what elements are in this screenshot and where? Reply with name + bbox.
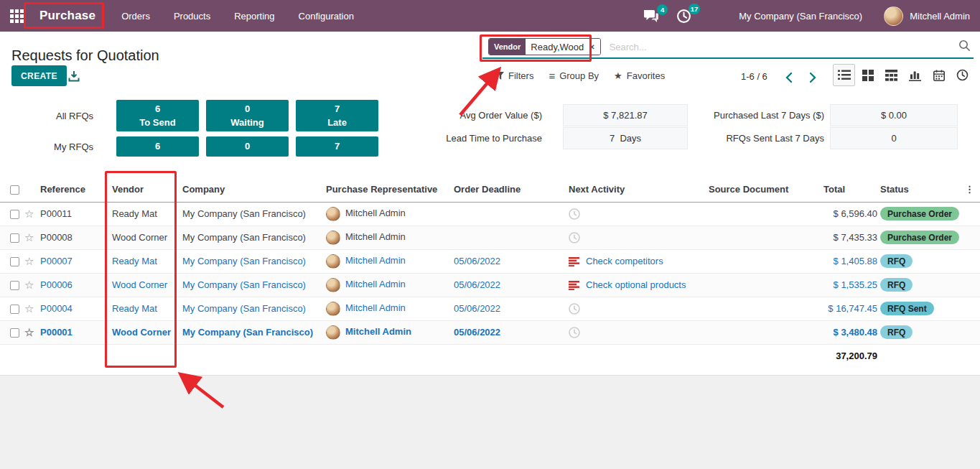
table-row[interactable]: ☆ P00007 Ready Mat My Company (San Franc… xyxy=(0,249,980,273)
activity-view-icon[interactable] xyxy=(951,64,974,86)
cell-vendor[interactable]: Ready Mat xyxy=(109,297,179,320)
cell-representative[interactable]: Mitchell Admin xyxy=(323,273,451,297)
todo-list-icon[interactable] xyxy=(569,281,580,290)
cell-next-activity[interactable]: Check competitors xyxy=(566,249,706,273)
cell-company[interactable]: My Company (San Francisco) xyxy=(179,249,323,273)
cell-total[interactable]: $ 7,435.33 xyxy=(821,226,877,249)
pager-previous-icon[interactable] xyxy=(780,69,797,86)
favorite-star-icon[interactable]: ☆ xyxy=(24,208,34,220)
cell-total[interactable]: $ 1,405.88 xyxy=(821,249,877,273)
activities-icon[interactable]: 17 xyxy=(676,9,691,24)
activity-link[interactable]: Check competitors xyxy=(586,256,663,266)
graph-view-icon[interactable] xyxy=(904,64,926,86)
cell-order-deadline[interactable]: 05/06/2022 xyxy=(451,273,566,297)
group-by-button[interactable]: ≡ Group By xyxy=(549,70,599,82)
pager-next-icon[interactable] xyxy=(804,69,821,86)
col-next-activity[interactable]: Next Activity xyxy=(566,177,706,202)
cell-order-deadline[interactable]: 05/06/2022 xyxy=(451,297,566,320)
cell-order-deadline[interactable]: 05/06/2022 xyxy=(451,249,566,273)
row-checkbox[interactable] xyxy=(10,281,19,290)
col-status[interactable]: Status xyxy=(877,177,962,202)
column-options-icon[interactable]: ⋮ xyxy=(962,177,980,202)
favorite-star-icon[interactable]: ☆ xyxy=(24,255,34,267)
user-menu[interactable]: Mitchell Admin xyxy=(910,11,970,22)
cell-company[interactable]: My Company (San Francisco) xyxy=(179,320,323,344)
col-source-document[interactable]: Source Document xyxy=(706,177,821,202)
cell-vendor[interactable]: Wood Corner xyxy=(109,226,179,249)
create-button[interactable]: CREATE xyxy=(11,65,67,86)
clock-icon[interactable] xyxy=(569,232,580,243)
col-total[interactable]: Total xyxy=(821,177,877,202)
cell-total[interactable]: $ 3,480.48 xyxy=(821,320,877,344)
cell-source-document[interactable] xyxy=(706,320,821,344)
messages-icon[interactable]: 4 xyxy=(643,9,659,23)
cell-source-document[interactable] xyxy=(706,273,821,297)
all-waiting-button[interactable]: 0 Waiting xyxy=(206,100,289,131)
app-name[interactable]: Purchase xyxy=(39,9,95,23)
cell-representative[interactable]: Mitchell Admin xyxy=(323,249,451,273)
facet-remove-icon[interactable]: ✕ xyxy=(589,43,594,51)
cell-company[interactable]: My Company (San Francisco) xyxy=(179,226,323,249)
cell-order-deadline[interactable]: 05/06/2022 xyxy=(451,320,566,344)
favorite-star-icon[interactable]: ☆ xyxy=(24,279,34,291)
search-input[interactable] xyxy=(608,41,958,53)
cell-next-activity[interactable] xyxy=(566,297,706,320)
cell-company[interactable]: My Company (San Francisco) xyxy=(179,297,323,320)
col-representative[interactable]: Purchase Representative xyxy=(323,177,451,202)
activity-link[interactable]: Check optional products xyxy=(586,279,686,290)
cell-representative[interactable]: Mitchell Admin xyxy=(323,202,451,226)
cell-reference[interactable]: P00001 xyxy=(37,320,109,344)
user-avatar[interactable] xyxy=(884,6,903,26)
menu-configuration[interactable]: Configuration xyxy=(299,11,354,22)
favorite-star-icon[interactable]: ☆ xyxy=(24,302,34,315)
row-checkbox[interactable] xyxy=(10,305,19,314)
cell-company[interactable]: My Company (San Francisco) xyxy=(179,202,323,226)
cell-reference[interactable]: P00004 xyxy=(37,297,109,320)
cell-representative[interactable]: Mitchell Admin xyxy=(323,320,451,344)
kanban-view-icon[interactable] xyxy=(857,64,879,86)
menu-reporting[interactable]: Reporting xyxy=(234,11,274,22)
table-row[interactable]: ☆ P00011 Ready Mat My Company (San Franc… xyxy=(0,202,980,226)
clock-icon[interactable] xyxy=(569,208,580,220)
cell-reference[interactable]: P00008 xyxy=(37,226,109,249)
row-checkbox[interactable] xyxy=(10,257,19,266)
favorites-button[interactable]: ★ Favorites xyxy=(614,70,665,81)
col-reference[interactable]: Reference xyxy=(37,177,109,202)
clock-icon[interactable] xyxy=(569,303,580,315)
cell-order-deadline[interactable] xyxy=(451,226,566,249)
all-to-send-button[interactable]: 6 To Send xyxy=(116,100,199,131)
search-bar[interactable]: Vendor Ready,Wood ✕ xyxy=(482,36,974,59)
cell-vendor[interactable]: Ready Mat xyxy=(109,249,179,273)
cell-representative[interactable]: Mitchell Admin xyxy=(323,226,451,249)
cell-total[interactable]: $ 1,535.25 xyxy=(821,273,877,297)
cell-reference[interactable]: P00007 xyxy=(37,249,109,273)
clock-icon[interactable] xyxy=(569,327,580,338)
cell-source-document[interactable] xyxy=(706,249,821,273)
filters-button[interactable]: Filters xyxy=(497,70,533,81)
favorite-star-icon[interactable]: ☆ xyxy=(24,231,34,243)
col-company[interactable]: Company xyxy=(179,177,323,202)
cell-vendor[interactable]: Wood Corner xyxy=(109,320,179,344)
menu-products[interactable]: Products xyxy=(174,11,210,22)
col-deadline[interactable]: Order Deadline xyxy=(451,177,566,202)
cell-source-document[interactable] xyxy=(706,297,821,320)
cell-vendor[interactable]: Ready Mat xyxy=(109,202,179,226)
export-icon[interactable] xyxy=(68,70,80,85)
row-checkbox[interactable] xyxy=(10,210,19,219)
row-checkbox[interactable] xyxy=(10,328,19,338)
calendar-view-icon[interactable] xyxy=(928,64,950,86)
cell-next-activity[interactable] xyxy=(566,202,706,226)
cell-next-activity[interactable] xyxy=(566,226,706,249)
purchased-last7-value[interactable]: $ 0.00 xyxy=(830,104,958,126)
cell-vendor[interactable]: Wood Corner xyxy=(109,273,179,297)
my-waiting-button[interactable]: 0 xyxy=(206,136,289,157)
select-all-checkbox[interactable] xyxy=(10,185,19,195)
cell-total[interactable]: $ 6,596.40 xyxy=(821,202,877,226)
menu-orders[interactable]: Orders xyxy=(121,11,150,22)
pivot-view-icon[interactable] xyxy=(880,64,902,86)
search-icon[interactable] xyxy=(958,40,971,55)
my-to-send-button[interactable]: 6 xyxy=(116,136,199,157)
table-row[interactable]: ☆ P00006 Wood Corner My Company (San Fra… xyxy=(0,273,980,297)
company-switcher[interactable]: My Company (San Francisco) xyxy=(739,11,862,22)
row-checkbox[interactable] xyxy=(10,233,19,243)
